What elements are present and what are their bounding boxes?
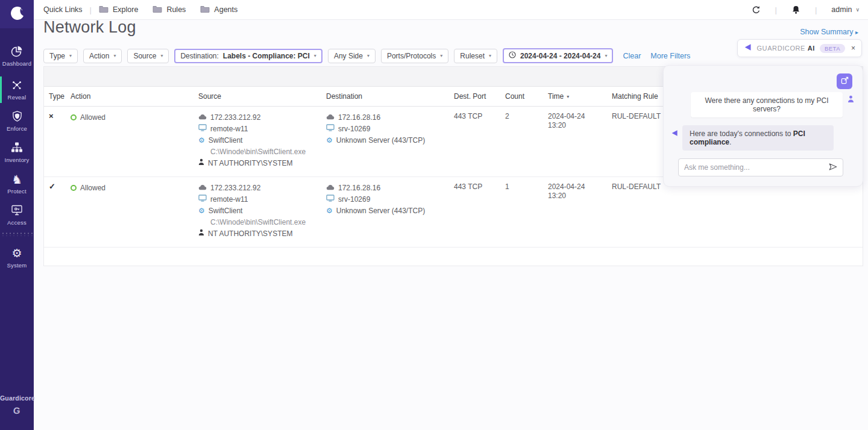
arrow-right-icon: ▸ — [855, 29, 858, 36]
col-header-source[interactable]: Source — [198, 92, 326, 101]
topnav-explore[interactable]: Explore — [99, 5, 138, 14]
filter-value: Labels - Compliance: PCI — [223, 52, 310, 60]
chat-input-container — [678, 158, 843, 176]
dest-process: Unknown Server (443/TCP) — [336, 136, 425, 145]
source-cell: 172.233.212.92 remote-w11 ⚙SwiftClient C… — [198, 112, 326, 169]
destination-cell: 172.16.28.16 srv-10269 ⚙Unknown Server (… — [326, 112, 454, 146]
folder-icon — [99, 5, 108, 14]
user-menu[interactable]: admin ∨ — [831, 5, 860, 14]
col-header-type[interactable]: Type — [49, 92, 71, 101]
guardicore-ai-chip[interactable]: GUARDICORE AI BETA × — [737, 39, 862, 57]
time-cell: 2024-04-2413:20 — [548, 182, 612, 201]
knight-icon: ♞ — [0, 173, 34, 186]
chat-ai-message-row: Here are today's connections to PCI comp… — [671, 125, 834, 151]
sidebar-item-label: Access — [0, 219, 34, 226]
col-header-action[interactable]: Action — [71, 92, 198, 101]
chat-popout-button[interactable] — [837, 73, 852, 89]
filter-date-range[interactable]: 2024-04-24 - 2024-04-24 ▾ — [503, 48, 613, 63]
dashboard-pie-icon — [0, 45, 34, 58]
table-row[interactable]: ✓ Allowed 172.233.212.92 remote-w11 ⚙Swi… — [44, 177, 863, 248]
topnav-separator: | — [90, 5, 92, 14]
sidebar-item-enforce[interactable]: Enforce — [0, 110, 34, 132]
ai-triangle-icon — [744, 43, 752, 54]
action-value: Allowed — [80, 184, 105, 192]
ai-triangle-icon — [671, 128, 678, 139]
cloud-icon — [198, 113, 207, 122]
process-gear-icon: ⚙ — [198, 137, 205, 144]
clear-filters-button[interactable]: Clear — [623, 52, 641, 60]
chat-input[interactable] — [684, 163, 829, 172]
more-filters-button[interactable]: More Filters — [650, 52, 690, 60]
filter-label: Ports/Protocols — [387, 52, 436, 60]
sidebar-item-reveal[interactable]: Reveal — [0, 79, 34, 101]
col-header-time[interactable]: Time▾ — [548, 92, 612, 101]
username: admin — [831, 5, 852, 14]
dest-host: srv-10269 — [338, 125, 370, 133]
source-host: remote-w11 — [210, 125, 248, 133]
filter-ports-protocols[interactable]: Ports/Protocols ▾ — [381, 49, 448, 63]
source-process-path: C:\Winode\bin\SwiftClient.exe — [210, 148, 306, 156]
filter-type[interactable]: Type ▾ — [43, 49, 78, 63]
topnav-rules[interactable]: Rules — [153, 5, 186, 14]
col-header-count[interactable]: Count — [505, 92, 548, 101]
sidebar-item-access[interactable]: Access — [0, 204, 34, 226]
action-value: Allowed — [80, 113, 105, 122]
col-header-dest-port[interactable]: Dest. Port — [454, 92, 505, 101]
quick-links[interactable]: Quick Links — [43, 5, 83, 14]
chevron-down-icon: ▾ — [160, 53, 163, 58]
dest-ip: 172.16.28.16 — [338, 184, 380, 192]
topbar-separator: | — [815, 5, 817, 14]
source-process-path: C:\Winode\bin\SwiftClient.exe — [210, 218, 306, 226]
chevron-down-icon: ∨ — [855, 7, 860, 13]
chat-user-message-row: Were there any connections to my PCI ser… — [691, 92, 854, 117]
ai-chip-brand: GUARDICORE AI — [756, 45, 814, 52]
guardicore-g-icon: G — [13, 405, 21, 416]
dest-ip: 172.16.28.16 — [338, 113, 380, 122]
sidebar-item-label: System — [0, 262, 34, 269]
filter-label: Any Side — [334, 52, 363, 60]
send-icon[interactable] — [829, 162, 837, 173]
chevron-down-icon: ▾ — [314, 53, 316, 58]
dest-port: 443 TCP — [454, 182, 482, 191]
type-success-icon: ✓ — [49, 182, 55, 191]
clock-icon — [509, 51, 516, 60]
filter-ruleset[interactable]: Ruleset ▾ — [454, 49, 497, 63]
user-icon — [198, 229, 204, 238]
sidebar-item-label: Reveal — [0, 94, 34, 101]
sidebar-item-label: Protect — [0, 188, 34, 195]
sidebar-item-dashboard[interactable]: Dashboard — [0, 45, 34, 67]
sidebar-item-protect[interactable]: ♞ Protect — [0, 173, 34, 195]
sidebar-item-inventory[interactable]: Inventory — [0, 142, 34, 163]
topnav-label: Explore — [113, 5, 138, 14]
source-cell: 172.233.212.92 remote-w11 ⚙SwiftClient C… — [198, 182, 326, 240]
process-gear-icon: ⚙ — [198, 207, 205, 214]
notifications-bell-icon[interactable] — [791, 5, 800, 14]
close-icon[interactable]: × — [851, 44, 855, 52]
process-gear-icon: ⚙ — [326, 137, 333, 144]
time-cell: 2024-04-2413:20 — [548, 112, 612, 130]
sidebar-item-label: Inventory — [0, 157, 34, 163]
filter-destination[interactable]: Destination: Labels - Compliance: PCI ▾ — [174, 49, 322, 63]
filter-label: Source — [133, 52, 156, 60]
inventory-hub-icon — [0, 142, 34, 155]
filter-label: Type — [49, 52, 65, 60]
filter-any-side[interactable]: Any Side ▾ — [328, 49, 376, 63]
refresh-button[interactable] — [752, 5, 761, 14]
ai-message-bubble: Here are today's connections to PCI comp… — [682, 125, 834, 151]
guardicore-logo[interactable] — [0, 0, 34, 28]
topnav-label: Rules — [166, 5, 186, 14]
source-host: remote-w11 — [210, 195, 248, 204]
user-message-bubble: Were there any connections to my PCI ser… — [691, 92, 843, 117]
cloud-icon — [326, 113, 335, 122]
source-user: NT AUTHORITY\SYSTEM — [208, 229, 292, 238]
topnav-agents[interactable]: Agents — [200, 5, 237, 14]
show-summary-link[interactable]: Show Summary ▸ — [800, 28, 858, 36]
filter-source[interactable]: Source ▾ — [127, 49, 169, 63]
topnav-label: Agents — [214, 5, 237, 14]
allowed-status-icon — [71, 114, 77, 120]
sidebar-item-system[interactable]: ⚙ System — [0, 247, 34, 269]
col-header-destination[interactable]: Destination — [326, 92, 454, 101]
filter-label: Action — [89, 52, 109, 60]
filter-action[interactable]: Action ▾ — [83, 49, 122, 63]
date-range-value: 2024-04-24 - 2024-04-24 — [520, 52, 600, 60]
